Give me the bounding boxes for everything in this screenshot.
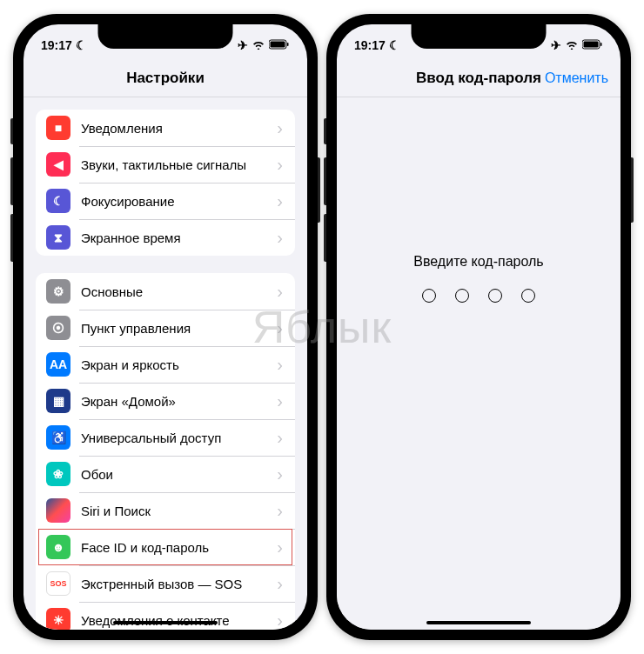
passcode-area: Введите код-пароль — [337, 97, 621, 630]
row-label: Обои — [81, 467, 277, 482]
nav-header-settings: Настройки — [23, 59, 307, 97]
chevron-right-icon: › — [277, 464, 283, 484]
row-display[interactable]: AAЭкран и яркость› — [36, 346, 295, 383]
exposure-icon: ☀ — [46, 608, 70, 630]
settings-group: ⚙Основные›⦿Пункт управления›AAЭкран и яр… — [36, 273, 295, 630]
status-time: 19:17 — [354, 38, 386, 52]
phone-right: 19:17 ☾ ✈ Ввод код-пароля Отменить Введи… — [326, 14, 631, 640]
row-home-screen[interactable]: ▦Экран «Домой»› — [36, 383, 295, 419]
row-accessibility[interactable]: ♿Универсальный доступ› — [36, 419, 295, 456]
row-label: Экран «Домой» — [81, 394, 277, 409]
settings-group: ■Уведомления›◀Звуки, тактильные сигналы›… — [36, 110, 295, 256]
row-screen-time[interactable]: ⧗Экранное время› — [36, 219, 295, 256]
sos-icon: SOS — [46, 571, 70, 596]
cancel-button[interactable]: Отменить — [545, 70, 608, 86]
svg-rect-1 — [271, 42, 285, 48]
screen-time-icon: ⧗ — [46, 225, 70, 250]
screen-settings: 19:17 ☾ ✈ Настройки ■Уведомления›◀Звуки,… — [23, 24, 307, 630]
chevron-right-icon: › — [277, 318, 283, 338]
accessibility-icon: ♿ — [46, 425, 70, 450]
passcode-dot — [455, 289, 469, 303]
airplane-icon: ✈ — [551, 38, 561, 52]
chevron-right-icon: › — [277, 155, 283, 175]
passcode-prompt: Введите код-пароль — [413, 254, 543, 270]
row-label: Уведомления — [81, 121, 277, 136]
row-exposure[interactable]: ☀Уведомления о контакте› — [36, 602, 295, 630]
status-time: 19:17 — [41, 38, 72, 52]
nav-header-passcode: Ввод код-пароля Отменить — [337, 59, 621, 97]
row-face-id[interactable]: ☻Face ID и код-пароль› — [36, 529, 295, 565]
siri-icon — [46, 498, 70, 523]
moon-icon: ☾ — [389, 38, 400, 52]
chevron-right-icon: › — [277, 118, 283, 138]
row-control-center[interactable]: ⦿Пункт управления› — [36, 310, 295, 346]
passcode-dot — [521, 289, 535, 303]
passcode-dot — [488, 289, 502, 303]
battery-icon — [582, 38, 603, 52]
wifi-icon — [565, 38, 579, 52]
sounds-icon: ◀ — [46, 152, 70, 177]
moon-icon: ☾ — [76, 38, 87, 52]
row-label: Пункт управления — [81, 321, 277, 336]
passcode-dots — [422, 289, 535, 303]
svg-rect-5 — [600, 43, 602, 46]
row-sos[interactable]: SOSЭкстренный вызов — SOS› — [36, 565, 295, 602]
phone-left: 19:17 ☾ ✈ Настройки ■Уведомления›◀Звуки,… — [13, 14, 318, 640]
page-title: Настройки — [126, 70, 205, 87]
row-label: Уведомления о контакте — [81, 613, 277, 628]
row-focus[interactable]: ☾Фокусирование› — [36, 183, 295, 219]
wallpaper-icon: ❀ — [46, 462, 70, 486]
notifications-icon: ■ — [46, 116, 70, 140]
focus-icon: ☾ — [46, 189, 70, 213]
svg-rect-2 — [287, 43, 289, 46]
chevron-right-icon: › — [277, 537, 283, 557]
row-label: Звуки, тактильные сигналы — [81, 157, 277, 172]
passcode-dot — [422, 289, 436, 303]
row-label: Экстренный вызов — SOS — [81, 577, 277, 591]
page-title: Ввод код-пароля — [416, 70, 541, 87]
row-wallpaper[interactable]: ❀Обои› — [36, 456, 295, 492]
chevron-right-icon: › — [277, 228, 283, 248]
row-label: Универсальный доступ — [81, 430, 277, 445]
home-screen-icon: ▦ — [46, 389, 70, 413]
row-label: Фокусирование — [81, 194, 277, 209]
row-label: Экран и яркость — [81, 357, 277, 372]
control-center-icon: ⦿ — [46, 316, 70, 340]
row-general[interactable]: ⚙Основные› — [36, 273, 295, 310]
chevron-right-icon: › — [277, 282, 283, 302]
screen-passcode: 19:17 ☾ ✈ Ввод код-пароля Отменить Введи… — [337, 24, 621, 630]
home-indicator[interactable] — [426, 621, 531, 624]
home-indicator[interactable] — [113, 621, 218, 624]
chevron-right-icon: › — [277, 191, 283, 211]
notch — [98, 24, 233, 49]
svg-rect-4 — [584, 42, 599, 48]
row-notifications[interactable]: ■Уведомления› — [36, 110, 295, 146]
face-id-icon: ☻ — [46, 535, 70, 559]
chevron-right-icon: › — [277, 501, 283, 521]
row-label: Face ID и код-пароль — [81, 540, 277, 555]
airplane-icon: ✈ — [238, 38, 248, 52]
settings-list[interactable]: ■Уведомления›◀Звуки, тактильные сигналы›… — [23, 97, 307, 630]
chevron-right-icon: › — [277, 391, 283, 411]
row-siri[interactable]: Siri и Поиск› — [36, 492, 295, 529]
wifi-icon — [252, 38, 265, 52]
display-icon: AA — [46, 352, 70, 377]
chevron-right-icon: › — [277, 574, 283, 594]
general-icon: ⚙ — [46, 279, 70, 304]
battery-icon — [269, 38, 290, 52]
chevron-right-icon: › — [277, 355, 283, 375]
chevron-right-icon: › — [277, 611, 283, 631]
row-label: Экранное время — [81, 230, 277, 245]
row-label: Основные — [81, 284, 277, 299]
row-sounds[interactable]: ◀Звуки, тактильные сигналы› — [36, 146, 295, 183]
notch — [412, 24, 547, 49]
chevron-right-icon: › — [277, 428, 283, 448]
row-label: Siri и Поиск — [81, 504, 277, 518]
